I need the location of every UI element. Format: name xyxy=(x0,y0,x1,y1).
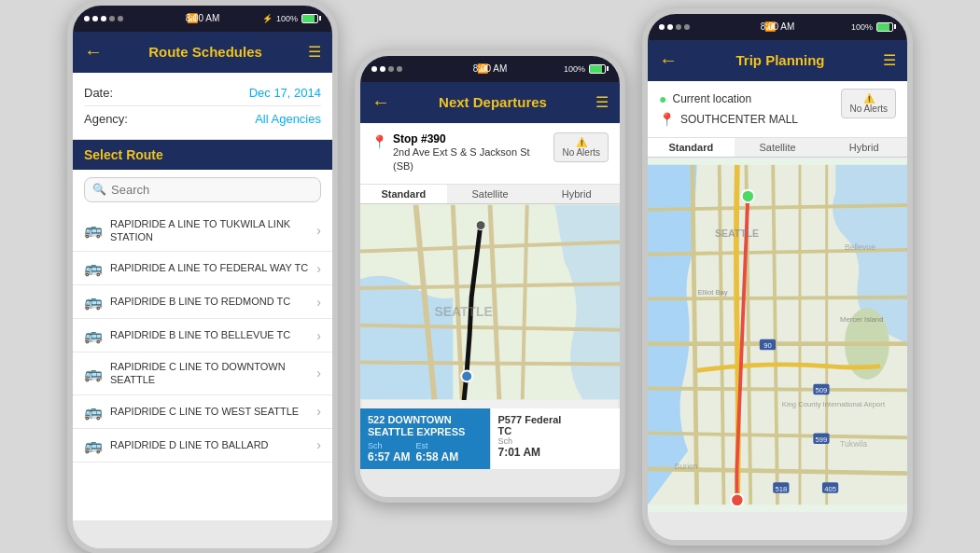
map-tab-hybrid-2[interactable]: Hybrid xyxy=(533,185,620,203)
est-label-1: Est xyxy=(416,441,459,450)
no-alerts-button-2[interactable]: ⚠️ No Alerts xyxy=(553,132,609,162)
status-bar-2: 📶 Next Departures 8:00 AM 100% xyxy=(360,56,620,82)
alert-icon-3: ⚠️ xyxy=(863,93,875,104)
svg-text:SEATTLE: SEATTLE xyxy=(434,304,492,319)
bus-icon-2: 🚌 xyxy=(84,259,103,277)
search-icon: 🔍 xyxy=(92,183,106,196)
chevron-icon-6: › xyxy=(316,404,321,419)
from-location-text[interactable]: Current location xyxy=(672,92,751,105)
back-button-2[interactable]: ← xyxy=(371,91,390,113)
alert-icon-2: ⚠️ xyxy=(576,137,587,147)
phone-bottom-1 xyxy=(73,520,332,548)
stop-pin-icon: 📍 xyxy=(371,134,387,149)
route-list: 🚌 RAPIDRIDE A LINE TO TUKWILA LINK STATI… xyxy=(73,210,332,463)
back-button-3[interactable]: ← xyxy=(659,49,678,71)
route-item-1[interactable]: 🚌 RAPIDRIDE A LINE TO TUKWILA LINK STATI… xyxy=(73,210,332,253)
no-alerts-button-3[interactable]: ⚠️ No Alerts xyxy=(841,89,896,118)
route-text-5: RAPIDRIDE C LINE TO DOWNTOWN SEATTLE xyxy=(110,360,316,387)
seattle-map-svg: SEATTLE Bellevue Elliot Bay Mercer Islan… xyxy=(648,158,907,512)
map-tabs-3: Standard Satellite Hybrid xyxy=(648,138,907,158)
seattle-map: SEATTLE Bellevue Elliot Bay Mercer Islan… xyxy=(648,158,907,512)
bus-icon-3: 🚌 xyxy=(84,293,103,311)
map-tab-standard-3[interactable]: Standard xyxy=(648,138,735,157)
battery-percent-3: 100% xyxy=(851,22,873,32)
route-text-6: RAPIDRIDE C LINE TO WEST SEATTLE xyxy=(110,405,316,418)
menu-button-3[interactable]: ☰ xyxy=(883,51,896,69)
svg-line-8 xyxy=(360,362,620,364)
route-item-6[interactable]: 🚌 RAPIDRIDE C LINE TO WEST SEATTLE › xyxy=(73,395,332,429)
phone-bottom-3 xyxy=(648,512,907,540)
est-col-1: Est 6:58 AM xyxy=(416,441,459,463)
stop-number: Stop #390 xyxy=(393,132,530,145)
sch-label-2: Sch xyxy=(498,436,613,446)
battery-percent-2: 100% xyxy=(564,64,585,74)
screen-title-1: Route Schedules xyxy=(103,44,308,60)
agency-row: Agency: All Agencies xyxy=(84,106,321,131)
phone-route-schedules: 📶 8:00 AM ⚡ 100% ← Route Schedules ☰ xyxy=(67,0,338,553)
departure-card-1[interactable]: 522 DOWNTOWNSEATTLE EXPRESS Sch 6:57 AM … xyxy=(360,408,490,469)
svg-text:Elliot Bay: Elliot Bay xyxy=(698,287,728,296)
phone1-content: Date: Dec 17, 2014 Agency: All Agencies … xyxy=(73,73,332,520)
stop-address: 2nd Ave Ext S & S Jackson St xyxy=(393,145,530,159)
route-text-1: RAPIDRIDE A LINE TO TUKWILA LINK STATION xyxy=(110,217,316,244)
battery-icon-1 xyxy=(301,14,321,23)
battery-icon-3 xyxy=(876,22,896,32)
menu-button-2[interactable]: ☰ xyxy=(595,93,609,111)
departure-card-2[interactable]: P577 FederalTC Sch 7:01 AM xyxy=(490,408,621,469)
agency-value[interactable]: All Agencies xyxy=(255,112,321,126)
map-tabs-2: Standard Satellite Hybrid xyxy=(360,185,620,204)
app-header-2: ← Next Departures ☰ xyxy=(360,82,620,123)
signal-dots-3 xyxy=(659,24,690,30)
bluetooth-icon: ⚡ xyxy=(262,14,273,23)
map-container-2: Standard Satellite Hybrid xyxy=(360,185,620,408)
signal-dots xyxy=(84,16,123,21)
to-location: 📍 SOUTHCENTER MALL xyxy=(659,109,841,130)
dep-times-1: Sch 6:57 AM Est 6:58 AM xyxy=(368,441,483,463)
date-value[interactable]: Dec 17, 2014 xyxy=(249,86,321,100)
bus-icon-7: 🚌 xyxy=(84,436,103,454)
svg-text:599: 599 xyxy=(816,435,828,444)
chevron-icon-3: › xyxy=(316,295,321,310)
screen-title-2: Next Departures xyxy=(390,94,595,110)
no-alerts-text-3: No Alerts xyxy=(849,104,888,114)
map-tab-satellite-3[interactable]: Satellite xyxy=(735,138,821,157)
map-tab-satellite-2[interactable]: Satellite xyxy=(447,185,534,203)
route-text-7: RAPIDRIDE D LINE TO BALLARD xyxy=(110,438,316,451)
route-item-3[interactable]: 🚌 RAPIDRIDE B LINE TO REDMOND TC › xyxy=(73,285,332,319)
status-bar-1: 📶 8:00 AM ⚡ 100% xyxy=(73,6,332,32)
search-box[interactable]: 🔍 xyxy=(84,177,321,202)
search-input[interactable] xyxy=(111,183,313,197)
time-3: 8:00 AM xyxy=(761,21,795,32)
trip-locations: ● Current location 📍 SOUTHCENTER MALL ⚠️… xyxy=(648,81,907,138)
route-item-7[interactable]: 🚌 RAPIDRIDE D LINE TO BALLARD › xyxy=(73,429,332,463)
svg-text:Bellevue: Bellevue xyxy=(845,242,875,251)
sch-time-2: 7:01 AM xyxy=(498,446,613,459)
map-tab-standard-2[interactable]: Standard xyxy=(360,185,447,203)
route-item-2[interactable]: 🚌 RAPIDRIDE A LINE TO FEDERAL WAY TC › xyxy=(73,252,332,285)
svg-text:Tukwila: Tukwila xyxy=(840,438,867,448)
menu-button-1[interactable]: ☰ xyxy=(308,43,321,61)
stop-direction: (SB) xyxy=(393,159,530,173)
status-bar-3: 📶 8:00 AM 100% xyxy=(648,14,907,40)
route-item-5[interactable]: 🚌 RAPIDRIDE C LINE TO DOWNTOWN SEATTLE › xyxy=(73,353,332,395)
route-item-4[interactable]: 🚌 RAPIDRIDE B LINE TO BELLEVUE TC › xyxy=(73,319,332,353)
stop-text: Stop #390 2nd Ave Ext S & S Jackson St (… xyxy=(393,132,530,174)
est-time-1: 6:58 AM xyxy=(416,450,459,463)
svg-text:90: 90 xyxy=(763,341,772,350)
origin-pin-icon: ● xyxy=(659,91,666,106)
select-route-header: Select Route xyxy=(73,140,332,170)
map-tab-hybrid-3[interactable]: Hybrid xyxy=(820,138,907,157)
route-text-3: RAPIDRIDE B LINE TO REDMOND TC xyxy=(110,295,316,308)
chevron-icon-4: › xyxy=(316,328,321,343)
battery-percent-1: 100% xyxy=(276,14,298,23)
back-button-1[interactable]: ← xyxy=(84,41,103,62)
to-location-text[interactable]: SOUTHCENTER MALL xyxy=(680,113,798,126)
app-header-3: ← Trip Planning ☰ xyxy=(648,40,907,81)
chevron-icon-5: › xyxy=(316,366,321,380)
bus-icon-5: 🚌 xyxy=(84,365,103,382)
phone-trip-planning: 📶 8:00 AM 100% ← Trip Planning ☰ xyxy=(642,8,913,546)
agency-label: Agency: xyxy=(84,112,128,126)
sch-time-1: 6:57 AM xyxy=(368,450,411,463)
chevron-icon-7: › xyxy=(316,437,321,452)
bus-icon-6: 🚌 xyxy=(84,403,103,421)
